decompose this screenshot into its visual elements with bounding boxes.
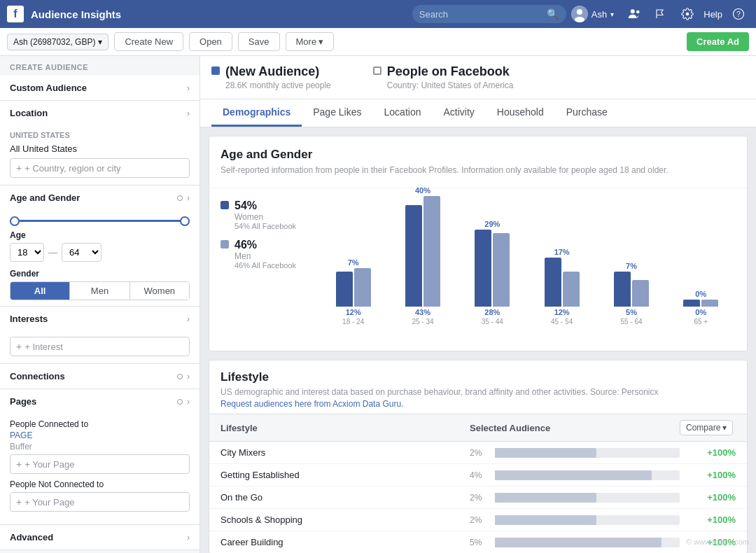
connections-toggle[interactable]: Connections › xyxy=(0,364,200,388)
advanced-toggle[interactable]: Advanced › xyxy=(0,525,200,550)
tab-activity[interactable]: Activity xyxy=(432,99,485,127)
location-region-label: UNITED STATES xyxy=(0,125,200,142)
compare-button[interactable]: Compare ▾ xyxy=(680,420,733,435)
bar-men-pct: 0% xyxy=(695,308,706,316)
bar-women xyxy=(475,230,491,307)
bar-range: 55 - 64 xyxy=(620,318,642,326)
location-label: Location xyxy=(10,108,48,118)
lifestyle-bar-compare xyxy=(495,493,596,503)
lifestyle-rows: City Mixers 2% +100% Getting Established… xyxy=(209,442,747,553)
top-navigation: f Audience Insights 🔍 Ash ▾ Help ? xyxy=(0,0,756,28)
connections-label: Connections xyxy=(10,371,65,382)
search-button[interactable]: 🔍 xyxy=(547,8,559,20)
save-button[interactable]: Save xyxy=(238,32,280,51)
help-icon[interactable]: ? xyxy=(728,4,749,24)
lifestyle-table-header: Lifestyle Selected Audience Compare ▾ xyxy=(209,414,747,442)
interest-input[interactable]: + + Interest xyxy=(10,337,190,356)
flag-icon[interactable] xyxy=(650,4,671,24)
bar-women-pct: 7% xyxy=(626,262,637,270)
women-legend-dot xyxy=(220,201,229,209)
account-selector[interactable]: Ash (26987032, GBP) ▾ xyxy=(7,34,108,50)
advanced-section: Advanced › xyxy=(0,525,200,550)
tab-demographics[interactable]: Demographics xyxy=(211,99,302,127)
avatar xyxy=(571,6,588,22)
more-button[interactable]: More ▾ xyxy=(286,32,335,51)
custom-audience-toggle[interactable]: Custom Audience › xyxy=(0,76,200,100)
tab-household[interactable]: Household xyxy=(486,99,555,127)
bar-men-pct: 12% xyxy=(346,308,361,316)
lifestyle-row: Career Building 5% +100% xyxy=(209,531,747,553)
location-chevron-icon: › xyxy=(187,108,190,118)
svg-point-5 xyxy=(686,13,690,16)
secondary-toolbar: Ash (26987032, GBP) ▾ Create New Open Sa… xyxy=(0,28,756,56)
page-plus-icon: + xyxy=(16,458,22,470)
new-audience-indicator xyxy=(211,66,220,75)
bar-women-pct: 17% xyxy=(554,248,570,256)
age-gender-bar-chart: 7% 12% 18 - 24 40% 43% 25 - 34 29% 2 xyxy=(318,200,736,340)
friends-icon[interactable] xyxy=(624,4,645,24)
gender-women-button[interactable]: Women xyxy=(130,282,189,300)
tab-purchase[interactable]: Purchase xyxy=(555,99,619,127)
user-menu[interactable]: Ash ▾ xyxy=(567,4,618,24)
lifestyle-row-change: +100% xyxy=(680,470,736,480)
account-label: Ash (26987032, GBP) xyxy=(13,37,95,47)
lifestyle-bar-area: 2% xyxy=(470,515,680,525)
lifestyle-row-pct: 4% xyxy=(470,470,489,480)
svg-point-4 xyxy=(636,10,640,14)
interests-chevron-icon: › xyxy=(187,314,190,324)
bar-range: 25 - 34 xyxy=(412,318,433,326)
not-connected-placeholder: + Your Page xyxy=(24,497,74,507)
custom-audience-chevron-icon: › xyxy=(187,83,190,93)
settings-icon[interactable] xyxy=(677,4,698,24)
age-to-select[interactable]: 6465+ xyxy=(62,243,102,262)
search-input[interactable] xyxy=(412,5,566,23)
fb-audience-card: People on Facebook Country: United State… xyxy=(373,64,514,90)
age-gender-section: Age and Gender › Age 182125 — xyxy=(0,186,200,307)
bar-group: 7% 12% 18 - 24 xyxy=(318,200,388,326)
location-toggle[interactable]: Location › xyxy=(0,101,200,125)
age-max-handle[interactable] xyxy=(180,216,190,226)
gender-all-button[interactable]: All xyxy=(10,282,70,300)
gender-label: Gender xyxy=(10,269,190,279)
connected-label: People Connected to xyxy=(10,419,88,429)
page-link[interactable]: PAGE xyxy=(10,430,32,440)
lifestyle-row: On the Go 2% +100% xyxy=(209,486,747,509)
pages-toggle[interactable]: Pages › xyxy=(0,389,200,414)
not-connected-label: People Not Connected to xyxy=(10,479,190,489)
location-input[interactable]: + + Country, region or city xyxy=(10,158,190,178)
open-button[interactable]: Open xyxy=(189,32,232,51)
facebook-logo: f xyxy=(7,6,24,22)
age-gender-toggle[interactable]: Age and Gender › xyxy=(0,186,200,210)
help-link[interactable]: Help xyxy=(704,9,722,20)
create-new-button[interactable]: Create New xyxy=(114,32,183,51)
user-name: Ash xyxy=(592,9,607,20)
custom-audience-section: Custom Audience › xyxy=(0,76,200,101)
create-ad-button[interactable]: Create Ad xyxy=(687,32,749,51)
gender-buttons: All Men Women xyxy=(10,281,190,300)
gender-men-button[interactable]: Men xyxy=(70,282,130,300)
tab-page-likes[interactable]: Page Likes xyxy=(302,99,372,127)
lifestyle-link[interactable]: Request audiences here from Acxiom Data … xyxy=(220,399,403,409)
lifestyle-table: Lifestyle Selected Audience Compare ▾ Ci… xyxy=(209,414,747,553)
age-range-slider[interactable] xyxy=(10,220,190,222)
bar-group: 40% 43% 25 - 34 xyxy=(388,200,457,326)
bar-women xyxy=(545,258,561,307)
interests-content: + + Interest xyxy=(0,331,200,363)
interests-label: Interests xyxy=(10,314,48,324)
buffer-label: Buffer xyxy=(10,442,190,451)
app-title: Audience Insights xyxy=(31,8,121,20)
age-gender-card: Age and Gender Self-reported information… xyxy=(209,136,748,351)
lifestyle-section: Lifestyle US demographic and interest da… xyxy=(209,360,748,553)
not-connected-page-input[interactable]: + + Your Page xyxy=(10,492,190,512)
your-page-input[interactable]: + + Your Page xyxy=(10,454,190,474)
age-inputs: 182125 — 6465+ xyxy=(10,243,190,262)
age-from-select[interactable]: 182125 xyxy=(10,243,44,262)
interest-plus-icon: + xyxy=(16,341,22,352)
more-chevron-icon: ▾ xyxy=(318,36,323,47)
age-min-handle[interactable] xyxy=(10,216,20,226)
age-gender-chart-area: 54% Women 54% All Facebook 46% Men 46% A… xyxy=(209,188,747,351)
tab-location[interactable]: Location xyxy=(373,99,433,127)
lifestyle-row-name: On the Go xyxy=(220,492,470,503)
interests-toggle[interactable]: Interests › xyxy=(0,307,200,331)
age-gender-label: Age and Gender xyxy=(10,192,80,203)
